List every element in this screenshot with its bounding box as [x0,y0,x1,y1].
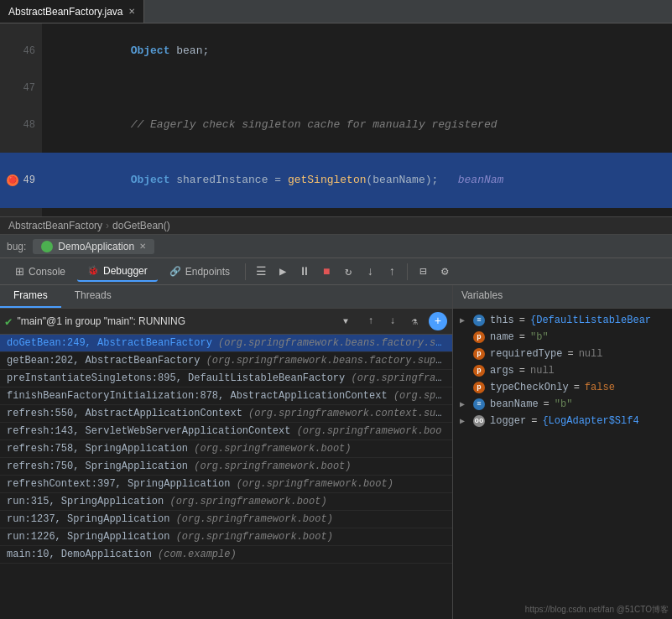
debug-label: bug: [7,241,26,252]
frames-panel: Frames Threads ✔ "main"@1 in group "main… [0,285,453,619]
breadcrumb: AbstractBeanFactory › doGetBean() [0,216,672,235]
file-tab-abstract-bean-factory[interactable]: AbstractBeanFactory.java ✕ [0,0,144,23]
tab-console[interactable]: ⊞ Console [5,262,76,281]
frame-text: run:315, SpringApplication (org.springfr… [7,496,327,507]
line-content-48: // Eagerly check singleton cache for man… [42,97,497,153]
toolbar-step-over-btn[interactable]: ↻ [338,262,358,282]
variables-panel: Variables ▶ ≡ this = {DefaultListableBea… [453,285,672,619]
tab-debugger-label: Debugger [103,265,148,277]
line-content-47 [42,79,59,97]
code-line-50: 50 if (sharedInstance != null && args ==… [0,208,672,216]
debugger-icon: 🐞 [87,265,99,276]
expand-icon[interactable]: ▶ [460,399,468,409]
frame-text: run:1226, SpringApplication (org.springf… [7,531,333,543]
frame-item[interactable]: refresh:550, AbstractApplicationContext … [0,405,452,423]
thread-controls: ↑ ↓ ⚗ [362,312,424,330]
breadcrumb-separator: › [106,220,109,231]
frame-item[interactable]: finishBeanFactoryInitialization:878, Abs… [0,388,452,405]
frame-item[interactable]: preInstantiateSingletons:895, DefaultLis… [0,370,452,388]
line-content-49: Object sharedInstance = getSingleton(bea… [42,153,503,208]
frame-text: refresh:758, SpringApplication (org.spri… [7,443,351,455]
toolbar-pause-btn[interactable]: ⏸ [294,262,315,282]
frame-text: refresh:550, AbstractApplicationContext … [7,408,452,419]
demo-app-tab[interactable]: DemoApplication ✕ [33,239,154,254]
tab-bar: AbstractBeanFactory.java ✕ [0,0,672,23]
var-type-icon-p: p [473,348,485,360]
var-type-icon-p: p [473,382,485,393]
var-type-icon: ≡ [473,315,485,326]
thread-label: "main"@1 in group "main": RUNNING [17,315,338,327]
var-type-check-only[interactable]: p typeCheckOnly = false [453,379,672,396]
toolbar-separator-2 [407,263,408,280]
frame-item[interactable]: main:10, DemoApplication (com.example) [0,546,452,564]
frame-text: doGetBean:249, AbstractBeanFactory (org.… [7,337,448,349]
debugger-arrow-icon: 🔴 [7,174,18,186]
frame-item[interactable]: run:1226, SpringApplication (org.springf… [0,528,452,546]
line-content-50: if (sharedInstance != null && args == nu… [42,208,477,216]
var-logger[interactable]: ▶ oo logger = {LogAdapter$Slf4 [453,413,672,429]
var-name[interactable]: p name = "b" [453,329,672,346]
code-line-48: 48 // Eagerly check singleton cache for … [0,97,672,153]
thread-check-icon: ✔ [5,315,12,329]
frame-text: finishBeanFactoryInitialization:878, Abs… [7,390,452,402]
toolbar-rerun-btn[interactable]: ☰ [251,262,271,282]
frame-item[interactable]: refresh:758, SpringApplication (org.spri… [0,440,452,458]
frame-text: preInstantiateSingletons:895, DefaultLis… [7,372,452,384]
add-watch-btn[interactable]: + [429,312,447,330]
thread-selector: ✔ "main"@1 in group "main": RUNNING ▼ ↑ … [0,309,452,335]
var-args[interactable]: p args = null [453,362,672,379]
tab-endpoints[interactable]: 🔗 Endpoints [159,263,240,281]
frame-item[interactable]: run:1237, SpringApplication (org.springf… [0,511,452,528]
frame-item[interactable]: refreshContext:397, SpringApplication (o… [0,476,452,493]
code-line-46: 46 Object bean; [0,23,672,79]
code-editor: 46 Object bean; 47 48 // Eagerly check s… [0,23,672,216]
frame-item[interactable]: run:315, SpringApplication (org.springfr… [0,493,452,511]
frame-item[interactable]: refresh:750, SpringApplication (org.spri… [0,458,452,476]
tab-close-icon[interactable]: ✕ [128,7,135,16]
var-type-icon-p: p [473,331,485,343]
var-type-icon-oo: oo [473,415,485,427]
toolbar-step-out-btn[interactable]: ↑ [382,262,402,282]
variables-header: Variables [453,285,672,309]
expand-icon[interactable]: ▶ [460,416,468,426]
toolbar-step-into-btn[interactable]: ↓ [360,262,380,282]
debug-content: Frames Threads ✔ "main"@1 in group "main… [0,285,672,619]
debug-top-bar: bug: DemoApplication ✕ [0,235,672,258]
file-tab-label: AbstractBeanFactory.java [8,6,123,18]
tab-threads[interactable]: Threads [61,285,125,308]
frame-text: getBean:202, AbstractBeanFactory (org.sp… [7,355,448,367]
demo-app-close[interactable]: ✕ [139,242,146,251]
frames-list[interactable]: doGetBean:249, AbstractBeanFactory (org.… [0,335,452,619]
tab-endpoints-label: Endpoints [185,266,230,278]
toolbar-resume-btn[interactable]: ▶ [273,262,293,282]
thread-down-btn[interactable]: ↓ [383,312,402,330]
frame-text: main:10, DemoApplication (com.example) [7,549,237,560]
code-line-49: 🔴 49 Object sharedInstance = getSingleto… [0,153,672,208]
demo-app-name: DemoApplication [58,241,134,252]
frame-item[interactable]: getBean:202, AbstractBeanFactory (org.sp… [0,352,452,370]
thread-dropdown[interactable]: ▼ [343,317,357,326]
line-number-49: 🔴 49 [0,153,42,208]
tab-debugger[interactable]: 🐞 Debugger [77,262,158,282]
var-bean-name[interactable]: ▶ ≡ beanName = "b" [453,396,672,413]
frame-text: refresh:750, SpringApplication (org.spri… [7,460,351,472]
line-number-50: 50 [0,208,42,216]
var-required-type[interactable]: p requiredType = null [453,346,672,362]
code-lines: 46 Object bean; 47 48 // Eagerly check s… [0,23,672,216]
var-type-icon-eq: ≡ [473,398,485,410]
toolbar-frames-btn[interactable]: ⊟ [413,262,433,282]
frame-item[interactable]: refresh:143, ServletWebServerApplication… [0,423,452,440]
var-type-icon-p: p [473,365,485,377]
toolbar-settings-btn[interactable]: ⚙ [435,262,455,282]
expand-icon[interactable]: ▶ [460,315,468,325]
thread-up-btn[interactable]: ↑ [362,312,380,330]
thread-filter-btn[interactable]: ⚗ [405,312,424,330]
tab-console-label: Console [29,266,65,278]
code-line-47: 47 [0,79,672,97]
toolbar-separator-1 [245,263,246,280]
toolbar-stop-btn[interactable]: ■ [316,262,336,282]
line-number-48: 48 [0,97,42,153]
var-this[interactable]: ▶ ≡ this = {DefaultListableBear [453,312,672,329]
tab-frames[interactable]: Frames [0,285,61,308]
frame-item[interactable]: doGetBean:249, AbstractBeanFactory (org.… [0,335,452,352]
